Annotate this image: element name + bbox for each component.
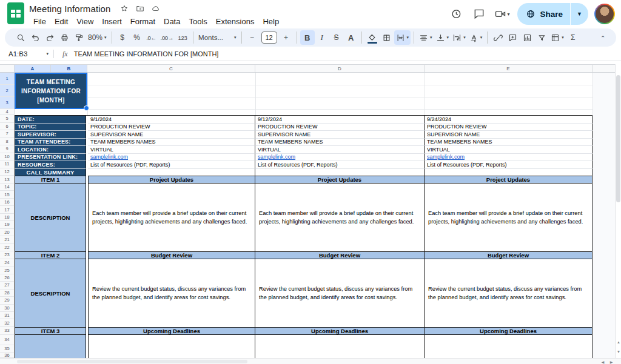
font-size-input[interactable]: 12 [260,30,279,45]
row-header-16[interactable]: 16 [0,199,15,206]
menu-insert[interactable]: Insert [98,16,126,27]
merge-cells-button[interactable]: ▾ [394,30,411,45]
insert-chart-button[interactable] [520,30,534,45]
share-caret-icon[interactable]: ▼ [571,11,588,17]
item-title-cell[interactable]: Upcoming Deadlines [425,327,592,335]
presentation-link[interactable]: samplelink.com [427,154,465,160]
grid-corner-cell[interactable] [0,65,15,72]
description-cell[interactable] [255,335,425,358]
info-row-label[interactable]: PRESENTATION LINK: [15,154,86,162]
row-header-12[interactable]: 12 [0,168,15,176]
item-title-cell[interactable]: Upcoming Deadlines [88,327,255,335]
scroll-down-button[interactable]: ▼ [616,348,621,356]
text-color-button[interactable]: A [344,30,358,45]
column-header-b[interactable]: B [51,65,87,72]
row-header-20[interactable]: 20 [0,229,15,236]
info-cell[interactable]: TEAM MEMBERS NAMES [425,139,592,147]
search-icon[interactable] [13,30,28,45]
info-row-label[interactable]: DATE: [15,116,86,124]
row-header-18[interactable]: 18 [0,214,15,221]
insert-link-button[interactable] [491,30,505,45]
more-formats-button[interactable]: 123 [175,30,190,45]
item-title-cell[interactable]: Project Updates [88,176,255,184]
info-cell[interactable]: SUPERVISOR NAME [88,131,255,139]
move-folder-icon[interactable] [136,4,144,13]
info-cell[interactable]: samplelink.com [88,154,255,162]
collapse-toolbar-button[interactable]: ⌃ [596,30,610,45]
row-header-27[interactable]: 27 [0,282,15,289]
item-label[interactable]: ITEM 1 [15,176,86,184]
info-cell[interactable]: samplelink.com [425,154,592,162]
document-title[interactable]: Meeting Information [29,4,110,14]
menu-extensions[interactable]: Extensions [212,16,259,27]
scroll-left-button[interactable]: ◀ [599,359,606,364]
row-header-29[interactable]: 29 [0,297,15,304]
info-cell[interactable]: List of Resources (PDF, Reports) [88,161,255,169]
row-header-7[interactable]: 7 [0,130,15,138]
item-label[interactable]: ITEM 3 [15,327,86,335]
item-title-cell[interactable]: Budget Review [425,251,592,259]
menu-file[interactable]: File [29,16,50,27]
horizontal-align-button[interactable]: ▾ [417,30,434,45]
row-header-10[interactable]: 10 [0,153,15,161]
info-cell[interactable]: 9/1/2024 [88,116,255,124]
row-header-24[interactable]: 24 [0,259,15,266]
row-header-32[interactable]: 32 [0,319,15,326]
formula-input[interactable]: TEAM MEETING INFORMATION FOR [MONTH] [74,50,219,58]
row-header-14[interactable]: 14 [0,184,15,191]
font-family-select[interactable]: Monts...▾ [196,30,238,45]
selection-fill-handle[interactable] [84,105,89,111]
text-rotation-button[interactable]: ▾ [468,30,485,45]
info-cell[interactable]: List of Resources (PDF, Reports) [255,161,425,169]
info-cell[interactable]: SUPERVISOR NAME [255,131,425,139]
info-cell[interactable]: PRODUCTION REVIEW [255,124,425,131]
presentation-link[interactable]: samplelink.com [90,154,128,160]
insert-comment-button[interactable] [505,30,520,45]
item-title-cell[interactable]: Project Updates [255,176,425,184]
description-cell[interactable]: Each team member will provide a brief up… [88,184,255,251]
row-header-28[interactable]: 28 [0,290,15,297]
row-header-5[interactable]: 5 [0,115,15,123]
description-cell[interactable] [425,335,592,358]
row-header-22[interactable]: 22 [0,244,15,251]
description-label[interactable]: DESCRIPTION [15,259,86,327]
row-header-23[interactable]: 23 [0,251,15,259]
info-cell[interactable]: VIRTUAL [425,146,592,154]
sheets-logo-icon[interactable] [7,2,24,24]
fill-color-button[interactable] [365,30,380,45]
create-filter-button[interactable] [534,30,549,45]
video-call-button[interactable]: ▾ [491,2,514,25]
table-views-button[interactable]: ▾ [549,30,566,45]
item-title-cell[interactable]: Upcoming Deadlines [255,327,425,335]
row-header-6[interactable]: 6 [0,123,15,131]
item-title-cell[interactable]: Budget Review [255,251,425,259]
increase-font-size-button[interactable]: + [279,30,294,45]
info-cell[interactable]: samplelink.com [255,154,425,162]
currency-format-button[interactable]: $ [115,30,130,45]
row-header-4[interactable]: 4 [0,109,15,115]
star-icon[interactable] [120,4,129,13]
row-header-11[interactable]: 11 [0,160,15,168]
info-cell[interactable]: 9/12/2024 [255,116,425,124]
item-title-cell[interactable]: Budget Review [88,251,255,259]
description-label[interactable]: DESCRIPTION [15,184,86,251]
info-cell[interactable]: VIRTUAL [88,146,255,154]
info-cell[interactable]: 9/24/2024 [425,116,592,124]
column-header-c[interactable]: C [87,65,255,72]
item-label[interactable]: ITEM 2 [15,251,86,259]
vertical-scrollbar[interactable]: ▲ ▼ [615,64,621,358]
column-header-a[interactable]: A [15,65,51,72]
functions-button[interactable]: Σ [566,30,580,45]
row-header-15[interactable]: 15 [0,191,15,198]
text-wrap-button[interactable]: ▾ [451,30,468,45]
info-cell[interactable]: PRODUCTION REVIEW [425,124,592,131]
row-header-33[interactable]: 33 [0,327,15,335]
description-cell[interactable]: Each team member will provide a brief up… [425,184,592,251]
row-header-17[interactable]: 17 [0,206,15,213]
description-label[interactable] [15,335,86,358]
row-header-1[interactable]: 1 [0,73,15,85]
row-header-9[interactable]: 9 [0,145,15,153]
description-cell[interactable]: Review the current budget status, discus… [425,259,592,327]
vertical-scrollbar-thumb[interactable] [616,75,620,202]
share-button[interactable]: Share ▼ [517,3,588,25]
